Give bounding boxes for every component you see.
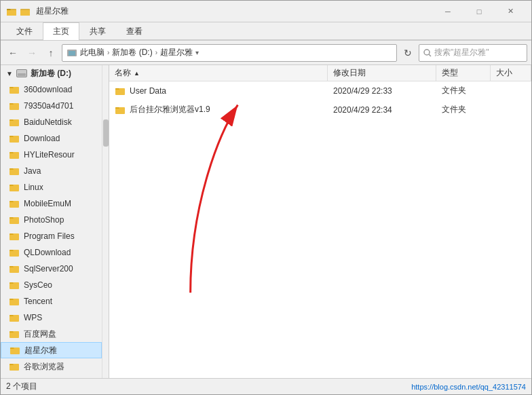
- folder-icon: [9, 313, 20, 322]
- sidebar-item-label-15: 百度网盘: [24, 328, 56, 340]
- sidebar-item-1[interactable]: 79350a4d701: [1, 98, 102, 114]
- sidebar: ▼ 新加卷 (D:) 360download 79350a4d701: [1, 65, 109, 378]
- folder-icon: [9, 199, 20, 208]
- sidebar-item-13[interactable]: Tencent: [1, 293, 102, 309]
- folder-icon: [9, 264, 20, 274]
- folder-icon: [9, 117, 20, 127]
- sidebar-item-label-9: Program Files: [24, 231, 75, 241]
- sidebar-item-label-5: Java: [24, 166, 41, 176]
- sidebar-content: ▼ 新加卷 (D:) 360download 79350a4d701: [1, 65, 102, 378]
- file-date-1: 2020/4/29 22:34: [328, 105, 436, 115]
- tab-home[interactable]: 主页: [43, 22, 79, 40]
- svg-point-6: [424, 50, 430, 55]
- sidebar-item-6[interactable]: Linux: [1, 179, 102, 195]
- status-url: https://blog.csdn.net/qq_42311574: [411, 383, 526, 391]
- sidebar-drive-header[interactable]: ▼ 新加卷 (D:): [1, 65, 102, 81]
- forward-button[interactable]: →: [24, 45, 40, 61]
- ribbon-tabs: 文件 主页 共享 查看: [1, 22, 531, 40]
- sidebar-item-label-17: 谷歌浏览器: [24, 361, 64, 373]
- breadcrumb: 此电脑 › 新加卷 (D:) › 超星尔雅 ▾: [66, 47, 199, 58]
- window-title: 超星尔雅: [36, 5, 432, 17]
- tab-file[interactable]: 文件: [6, 22, 43, 40]
- sidebar-item-label-4: HYLiteResour: [24, 150, 75, 159]
- folder-icon: [9, 215, 20, 225]
- drive-icon: [16, 69, 28, 78]
- file-date-0: 2020/4/29 22:33: [328, 86, 436, 96]
- search-icon: [423, 49, 432, 57]
- sidebar-item-17[interactable]: 谷歌浏览器: [1, 358, 102, 375]
- file-type-1: 文件夹: [436, 104, 491, 115]
- breadcrumb-sep-3: ▾: [195, 49, 199, 56]
- minimize-button[interactable]: ─: [432, 1, 463, 22]
- address-bar-row: ← → ↑ 此电脑 › 新加卷 (D:) › 超星尔雅 ▾ ↻: [1, 41, 531, 65]
- sidebar-item-2[interactable]: BaiduNetdisk: [1, 114, 102, 130]
- folder-icon: [9, 166, 20, 176]
- folder-icon: [9, 362, 20, 371]
- svg-line-7: [429, 54, 431, 56]
- breadcrumb-part-3: 超星尔雅: [160, 47, 193, 58]
- folder-icon: [9, 134, 20, 143]
- file-area: 名称 ▲ 修改日期 类型 大小: [109, 65, 531, 378]
- sidebar-item-label-10: QLDownload: [24, 248, 71, 257]
- sidebar-item-7[interactable]: MobileEmuM: [1, 195, 102, 212]
- window-icon: [6, 6, 17, 17]
- folder-icon: [9, 280, 20, 290]
- sidebar-item-16[interactable]: 超星尔雅: [1, 342, 102, 358]
- table-row[interactable]: 后台挂尔雅浏览器v1.9 2020/4/29 22:34 文件夹: [109, 100, 531, 119]
- search-placeholder: 搜索"超星尔雅": [434, 47, 489, 58]
- quick-access-icon: [20, 6, 31, 17]
- col-header-size[interactable]: 大小: [491, 65, 531, 81]
- sidebar-item-label-16: 超星尔雅: [24, 345, 57, 356]
- status-count: 2 个项目: [6, 381, 37, 392]
- search-box[interactable]: 搜索"超星尔雅": [419, 44, 527, 62]
- sidebar-item-14[interactable]: WPS: [1, 309, 102, 326]
- col-header-type[interactable]: 类型: [436, 65, 491, 81]
- computer-icon: [66, 48, 77, 58]
- up-button[interactable]: ↑: [43, 45, 59, 61]
- ribbon: 文件 主页 共享 查看: [1, 22, 531, 41]
- sidebar-scrollbar-thumb: [103, 119, 109, 147]
- sidebar-item-11[interactable]: SqlServer200: [1, 261, 102, 277]
- table-row[interactable]: User Data 2020/4/29 22:33 文件夹: [109, 81, 531, 100]
- file-list-body: User Data 2020/4/29 22:33 文件夹 后台挂尔雅浏览: [109, 81, 531, 378]
- drive-label: 新加卷 (D:): [31, 68, 71, 79]
- sidebar-item-15[interactable]: 百度网盘: [1, 326, 102, 342]
- main-area: ▼ 新加卷 (D:) 360download 79350a4d701: [1, 65, 531, 378]
- folder-icon: [9, 297, 20, 306]
- breadcrumb-sep-2: ›: [155, 49, 157, 56]
- sidebar-item-9[interactable]: Program Files: [1, 228, 102, 244]
- file-area-wrapper: 名称 ▲ 修改日期 类型 大小: [109, 65, 531, 378]
- sidebar-item-5[interactable]: Java: [1, 163, 102, 179]
- maximize-button[interactable]: □: [463, 1, 495, 22]
- sidebar-item-0[interactable]: 360download: [1, 81, 102, 98]
- collapse-icon: ▼: [6, 70, 13, 77]
- col-header-name[interactable]: 名称 ▲: [109, 65, 328, 81]
- close-button[interactable]: ✕: [495, 1, 526, 22]
- col-header-date[interactable]: 修改日期: [328, 65, 436, 81]
- sidebar-item-label-8: PhotoShop: [24, 215, 64, 225]
- sidebar-item-3[interactable]: Download: [1, 130, 102, 147]
- sidebar-item-label-11: SqlServer200: [24, 264, 73, 274]
- sidebar-item-12[interactable]: SysCeo: [1, 277, 102, 293]
- sidebar-item-10[interactable]: QLDownload: [1, 244, 102, 261]
- sidebar-item-8[interactable]: PhotoShop: [1, 212, 102, 228]
- status-bar: 2 个项目 https://blog.csdn.net/qq_42311574: [1, 378, 531, 394]
- title-bar-controls: ─ □ ✕: [432, 1, 526, 22]
- back-button[interactable]: ←: [5, 45, 21, 61]
- explorer-window: 超星尔雅 ─ □ ✕ 文件 主页 共享 查看 ← → ↑ 此电脑: [0, 0, 532, 395]
- tab-share[interactable]: 共享: [79, 22, 116, 40]
- folder-icon: [9, 183, 20, 192]
- tab-view[interactable]: 查看: [116, 22, 153, 40]
- sidebar-scrollbar[interactable]: [102, 65, 109, 378]
- folder-icon: [9, 150, 20, 159]
- sidebar-item-4[interactable]: HYLiteResour: [1, 147, 102, 163]
- file-name-1: 后台挂尔雅浏览器v1.9: [109, 104, 328, 115]
- sidebar-item-label-6: Linux: [24, 183, 43, 192]
- file-list-header: 名称 ▲ 修改日期 类型 大小: [109, 65, 531, 81]
- folder-icon: [9, 85, 20, 94]
- address-box[interactable]: 此电脑 › 新加卷 (D:) › 超星尔雅 ▾: [62, 44, 397, 62]
- folder-icon: [9, 101, 20, 111]
- refresh-button[interactable]: ↻: [400, 45, 416, 61]
- sidebar-item-label-13: Tencent: [24, 297, 52, 306]
- file-folder-icon-0: [115, 86, 126, 96]
